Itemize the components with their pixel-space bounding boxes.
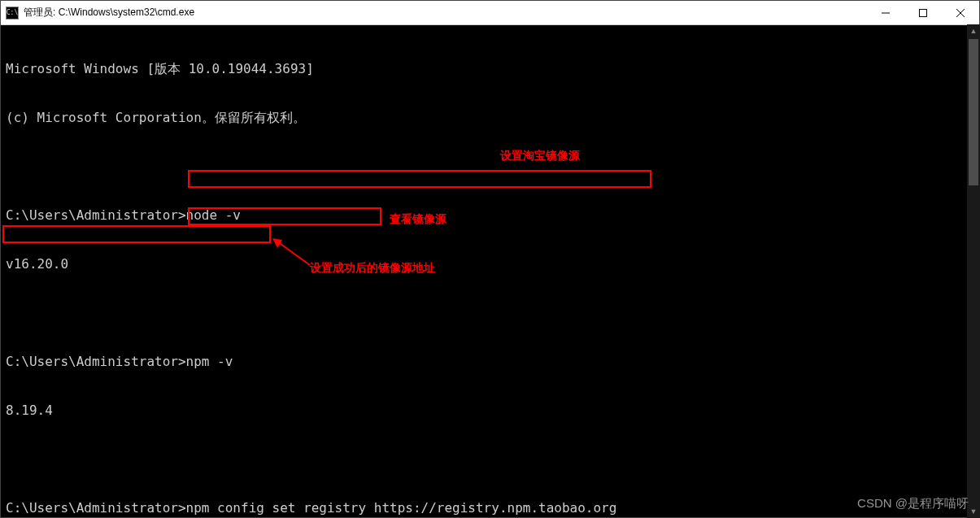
watermark: CSDN @是程序喵呀 [857, 496, 969, 511]
terminal-output: v16.20.0 [6, 256, 974, 272]
svg-rect-1 [920, 9, 927, 16]
terminal-blank [6, 305, 974, 321]
terminal-line: C:\Users\Administrator>npm config set re… [6, 500, 974, 516]
maximize-button[interactable] [904, 1, 942, 24]
command: node -v [186, 207, 241, 223]
vertical-scrollbar[interactable]: ▲ ▼ [967, 24, 980, 518]
terminal-output: (c) Microsoft Corporation。保留所有权利。 [6, 110, 974, 126]
prompt: C:\Users\Administrator> [6, 354, 186, 369]
command: npm -v [186, 354, 233, 369]
cmd-icon: C:\ [6, 7, 19, 20]
terminal-line: C:\Users\Administrator>npm -v [6, 354, 974, 370]
annotation-box-registry-url [2, 225, 271, 243]
window-title: 管理员: C:\Windows\system32\cmd.exe [24, 6, 867, 20]
svg-marker-5 [272, 238, 282, 248]
prompt: C:\Users\Administrator> [6, 207, 186, 223]
terminal-area[interactable]: Microsoft Windows [版本 10.0.19044.3693] (… [1, 25, 979, 517]
titlebar[interactable]: C:\ 管理员: C:\Windows\system32\cmd.exe [1, 1, 979, 25]
terminal-blank [6, 451, 974, 468]
window-controls [867, 1, 979, 24]
terminal-blank [6, 159, 974, 175]
minimize-button[interactable] [867, 1, 904, 24]
terminal-output: Microsoft Windows [版本 10.0.19044.3693] [6, 61, 974, 77]
terminal-line: C:\Users\Administrator>node -v [6, 207, 974, 224]
close-button[interactable] [942, 1, 979, 24]
terminal-output: 8.19.4 [6, 403, 974, 419]
scrollbar-down-arrow-icon[interactable]: ▼ [967, 505, 980, 518]
prompt: C:\Users\Administrator> [6, 500, 186, 516]
scrollbar-up-arrow-icon[interactable]: ▲ [967, 24, 980, 37]
command: npm config set registry https://registry… [186, 500, 617, 516]
scrollbar-thumb[interactable] [969, 39, 978, 185]
command-prompt-window: C:\ 管理员: C:\Windows\system32\cmd.exe Mic… [0, 0, 980, 518]
